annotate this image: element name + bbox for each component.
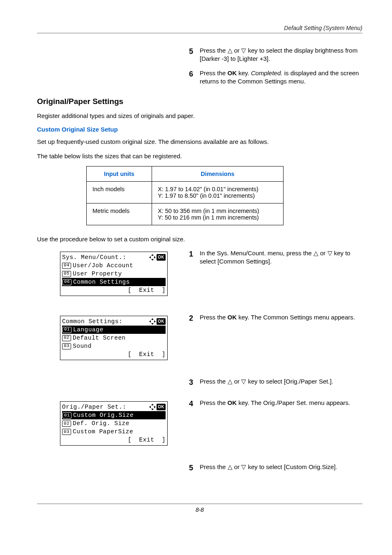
step-4: 4 Press the OK key. The Orig./Paper Set.…: [189, 399, 362, 409]
item-num-icon: 01: [62, 327, 71, 333]
lcd-item: 05User Property: [62, 270, 166, 278]
lcd-title-row: Orig./Paper Set.: OK: [62, 403, 166, 411]
t: Press the: [200, 47, 228, 54]
down-triangle-icon: ▽: [241, 463, 246, 470]
lcd-title: Orig./Paper Set.:: [62, 403, 126, 411]
nav-cross-icon: [150, 254, 155, 260]
step-3: 3 Press the △ or ▽ key to select [Orig./…: [189, 377, 362, 387]
lcd-footer: [ Exit ]: [62, 350, 166, 358]
t: Press the: [200, 463, 228, 470]
lcd-item-label: Def. Orig. Size: [73, 419, 129, 428]
lcd-common-settings: Common Settings: OK 01Language 02Default…: [60, 316, 168, 360]
item-num-icon: 02: [62, 421, 71, 427]
lcd-title-row: Sys. Menu/Count.: OK: [62, 253, 166, 261]
item-num-icon: 03: [62, 343, 71, 349]
t: Press the: [200, 69, 228, 76]
step-5b: 5 Press the △ or ▽ key to select [Custom…: [189, 463, 362, 473]
cell-units: Metric models: [87, 203, 152, 225]
table-header-row: Input units Dimensions: [87, 166, 284, 181]
item-num-icon: 03: [62, 429, 71, 435]
nav-cross-icon: [150, 319, 155, 324]
lcd-footer: [ Exit ]: [62, 436, 166, 444]
paragraph: Use the procedure below to set a custom …: [37, 235, 362, 243]
step-text: In the Sys. Menu/Count. menu, press the …: [200, 249, 362, 266]
running-header: Default Setting (System Menu): [284, 25, 362, 31]
lcd-item: 02Default Screen: [62, 334, 166, 342]
ok-icon: OK: [157, 404, 166, 410]
lcd-title-row: Common Settings: OK: [62, 317, 166, 326]
t: Press the: [200, 399, 228, 406]
t: Completed.: [251, 69, 283, 76]
page-number: 8-8: [37, 506, 362, 513]
nav-cross-icon: [150, 404, 155, 410]
lcd-sys-menu: Sys. Menu/Count.: OK 04User/Job Account …: [60, 252, 168, 296]
cell-units: Inch models: [87, 181, 152, 203]
up-triangle-icon: △: [228, 463, 233, 470]
lcd-item-label: User Property: [73, 270, 122, 278]
step-number: 6: [189, 69, 200, 79]
lcd-item-selected: 01Language: [62, 326, 166, 334]
t: or: [233, 47, 242, 54]
step-text: Press the OK key. Completed. is displaye…: [200, 69, 362, 86]
item-num-icon: 04: [62, 263, 71, 269]
header-rule: [37, 33, 362, 33]
cell-dim: X: 50 to 356 mm (in 1 mm increments) Y: …: [152, 203, 284, 225]
ok-icon: OK: [157, 318, 166, 325]
lcd-title: Sys. Menu/Count.:: [62, 253, 126, 261]
item-num-icon: 02: [62, 335, 71, 341]
t: or: [233, 463, 242, 470]
step-text: Press the △ or ▽ key to select [Custom O…: [200, 463, 362, 471]
t: In the Sys. Menu/Count. menu, press the: [200, 250, 314, 257]
section-intro: Register additional types and sizes of o…: [37, 112, 362, 120]
lcd-item-selected: 01Custom Orig.Size: [62, 411, 166, 419]
top-step-list: 5 Press the △ or ▽ key to select the dis…: [189, 46, 362, 86]
step-6: 6 Press the OK key. Completed. is displa…: [189, 69, 362, 86]
footer-rule: [37, 504, 362, 504]
step-text: Press the OK key. The Common Settings me…: [200, 313, 362, 321]
t: OK: [228, 69, 237, 76]
t: key. The Orig./Paper Set. menu appears.: [237, 399, 350, 406]
lcd-item-label: Custom PaperSize: [73, 428, 133, 436]
subheading: Custom Original Size Setup: [37, 126, 362, 133]
lcd-item-label: Sound: [73, 342, 92, 350]
lcd-footer: [ Exit ]: [62, 286, 166, 294]
step-text: Press the △ or ▽ key to select the displ…: [200, 46, 362, 63]
t: or: [318, 250, 327, 257]
lcd-title: Common Settings:: [62, 317, 122, 326]
step-number: 2: [189, 313, 200, 323]
lcd-item-label: Default Screen: [73, 334, 126, 342]
lcd-exit-label: [ Exit ]: [128, 436, 166, 444]
col-header-dimensions: Dimensions: [152, 166, 284, 181]
up-triangle-icon: △: [314, 250, 318, 257]
lcd-item: 02Def. Orig. Size: [62, 419, 166, 428]
lcd-item: 03Sound: [62, 342, 166, 350]
dimensions-table: Input units Dimensions Inch models X: 1.…: [86, 166, 284, 225]
item-num-icon: 05: [62, 271, 71, 277]
lcd-item: 03Custom PaperSize: [62, 428, 166, 436]
t: key to select [Custom Orig.Size].: [246, 463, 337, 470]
step-2: 2 Press the OK key. The Common Settings …: [189, 313, 362, 323]
up-triangle-icon: △: [228, 378, 233, 385]
t: key. The Common Settings menu appears.: [237, 314, 355, 321]
step-5: 5 Press the △ or ▽ key to select the dis…: [189, 46, 362, 63]
t: or: [233, 378, 242, 385]
lcd-item: 04User/Job Account: [62, 261, 166, 270]
lcd-exit-label: [ Exit ]: [128, 350, 166, 358]
lcd-orig-paper-set: Orig./Paper Set.: OK 01Custom Orig.Size …: [60, 401, 168, 446]
lcd-item-label: Custom Orig.Size: [73, 411, 134, 419]
ok-icon: OK: [157, 254, 166, 261]
col-header-units: Input units: [87, 166, 152, 181]
paragraph: Set up frequently-used custom original s…: [37, 138, 362, 146]
t: OK: [228, 399, 237, 406]
down-triangle-icon: ▽: [327, 250, 332, 257]
up-triangle-icon: △: [228, 47, 233, 54]
t: OK: [228, 314, 237, 321]
step-number: 5: [189, 46, 200, 56]
table-row: Metric models X: 50 to 356 mm (in 1 mm i…: [87, 203, 284, 225]
lcd-item-selected: 06Common Settings: [62, 278, 166, 286]
t: key.: [237, 69, 251, 76]
table-row: Inch models X: 1.97 to 14.02" (in 0.01" …: [87, 181, 284, 203]
t: Press the: [200, 378, 228, 385]
lcd-exit-label: [ Exit ]: [128, 286, 166, 294]
item-num-icon: 01: [62, 412, 71, 419]
